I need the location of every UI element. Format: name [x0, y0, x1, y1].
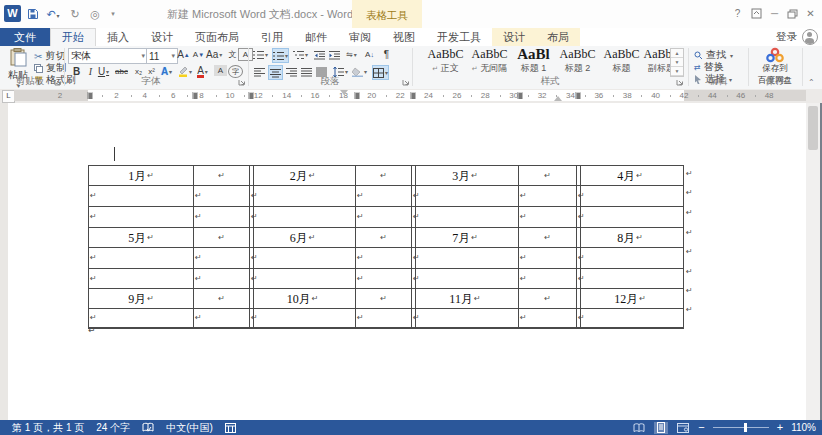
table-cell[interactable]: 11月↵ [412, 289, 519, 308]
table-cell[interactable]: ↵ [356, 207, 412, 227]
table-cell[interactable]: ↵ [519, 269, 577, 288]
table-cell[interactable]: ↵ [356, 309, 412, 327]
table-cell[interactable]: ↵ [519, 166, 577, 185]
doc-table[interactable]: 1月↵↵2月↵↵3月↵↵4月↵↵↵↵↵↵↵↵↵↵↵↵↵↵↵5月↵↵6月↵↵7月↵… [88, 165, 684, 329]
zoom-in-button[interactable]: + [777, 422, 783, 433]
table-cell[interactable]: ↵ [356, 289, 412, 308]
style-normal[interactable]: AaBbC ↵ 正文 [424, 48, 467, 75]
table-cell[interactable]: ↵ [577, 269, 683, 288]
table-cell[interactable]: 1月↵ [89, 166, 194, 185]
tab-review[interactable]: 审阅 [338, 28, 382, 46]
table-cell[interactable]: ↵ [356, 186, 412, 206]
font-dialog-launcher[interactable] [238, 78, 247, 87]
zoom-level[interactable]: 110% [791, 422, 816, 433]
table-cell[interactable]: ↵ [519, 309, 577, 327]
multilevel-list-button[interactable]: ▾ [293, 48, 308, 61]
tab-design[interactable]: 设计 [140, 28, 184, 46]
vertical-scrollbar[interactable] [806, 103, 820, 420]
asian-layout-button[interactable]: ⇋▾ [345, 48, 358, 61]
table-cell[interactable]: ↵ [577, 248, 683, 268]
font-size-select[interactable]: 11▾ [146, 48, 178, 64]
table-cell[interactable]: ↵ [519, 228, 577, 247]
tab-table-design[interactable]: 设计 [492, 28, 536, 46]
save-icon[interactable] [24, 6, 42, 22]
table-cell[interactable]: ↵ [194, 289, 250, 308]
styles-dialog-launcher[interactable] [676, 78, 685, 87]
zoom-slider[interactable] [713, 427, 769, 428]
table-cell[interactable]: ↵ [356, 269, 412, 288]
table-cell[interactable]: ↵ [250, 207, 356, 227]
tab-mailings[interactable]: 邮件 [294, 28, 338, 46]
table-cell[interactable]: ↵ [577, 309, 683, 327]
restore-button[interactable] [784, 5, 801, 22]
table-cell[interactable]: ↵ [412, 207, 519, 227]
table-cell[interactable]: ↵ [519, 289, 577, 308]
table-cell[interactable]: ↵ [412, 309, 519, 327]
table-cell[interactable]: ↵ [194, 248, 250, 268]
table-cell[interactable]: 9月↵ [89, 289, 194, 308]
table-cell[interactable]: ↵ [250, 269, 356, 288]
style-heading1[interactable]: AaBl 标题 1 [512, 48, 555, 75]
table-cell[interactable]: ↵ [194, 309, 250, 327]
sign-in-link[interactable]: 登录 [776, 30, 797, 44]
table-cell[interactable]: ↵ [194, 269, 250, 288]
minimize-button[interactable]: ─ [766, 5, 783, 22]
styles-gallery-scroll[interactable]: ▲▼▼ [670, 48, 684, 77]
table-cell[interactable]: 4月↵ [577, 166, 683, 185]
table-cell[interactable]: ↵ [89, 207, 194, 227]
table-cell[interactable]: ↵ [412, 248, 519, 268]
table-cell[interactable]: ↵ [412, 186, 519, 206]
tab-insert[interactable]: 插入 [96, 28, 140, 46]
table-cell[interactable]: ↵ [519, 186, 577, 206]
qat-customize-button[interactable]: ▾ [104, 6, 122, 22]
undo-button[interactable]: ↶▾ [44, 6, 62, 22]
page-indicator[interactable]: 第 1 页，共 1 页 [12, 421, 84, 435]
table-cell[interactable]: ↵ [577, 186, 683, 206]
tab-home[interactable]: 开始 [50, 28, 96, 47]
tab-table-layout[interactable]: 布局 [536, 28, 580, 46]
tab-references[interactable]: 引用 [250, 28, 294, 46]
close-button[interactable]: ✕ [802, 5, 819, 22]
grow-font-button[interactable]: A▲ [177, 48, 190, 61]
table-cell[interactable]: ↵ [519, 248, 577, 268]
style-title[interactable]: AaBbC 标题 [600, 48, 643, 75]
touch-mode-button[interactable]: ◎ [86, 6, 104, 22]
table-cell[interactable]: ↵ [356, 248, 412, 268]
decrease-indent-button[interactable] [313, 48, 326, 61]
table-cell[interactable]: 8月↵ [577, 228, 683, 247]
table-cell[interactable]: ↵ [89, 309, 194, 327]
tab-view[interactable]: 视图 [382, 28, 426, 46]
horizontal-ruler[interactable]: 2246810121416182022242628303234363840424… [14, 90, 806, 101]
ribbon-display-options-button[interactable] [748, 5, 765, 22]
tab-file[interactable]: 文件 [0, 28, 50, 46]
collapse-ribbon-button[interactable]: ⌃ [808, 78, 815, 87]
table-cell[interactable]: 5月↵ [89, 228, 194, 247]
zoom-out-button[interactable]: − [698, 422, 704, 433]
table-cell[interactable]: ↵ [250, 248, 356, 268]
table-cell[interactable]: ↵ [194, 166, 250, 185]
table-cell[interactable]: ↵ [577, 207, 683, 227]
numbering-button[interactable]: ▾ [272, 48, 289, 63]
style-no-spacing[interactable]: AaBbC ↵ 无间隔 [468, 48, 511, 75]
table-cell[interactable]: 7月↵ [412, 228, 519, 247]
table-cell[interactable]: ↵ [194, 207, 250, 227]
zoom-slider-thumb[interactable] [744, 423, 747, 432]
table-cell[interactable]: ↵ [89, 269, 194, 288]
redo-button[interactable]: ↻ [66, 6, 84, 22]
shrink-font-button[interactable]: A▼ [192, 48, 205, 61]
table-cell[interactable]: 10月↵ [250, 289, 356, 308]
increase-indent-button[interactable] [328, 48, 341, 61]
vertical-scrollbar-thumb[interactable] [808, 106, 818, 150]
table-cell[interactable]: ↵ [250, 186, 356, 206]
style-heading2[interactable]: AaBbC 标题 2 [556, 48, 599, 75]
table-cell[interactable]: ↵ [356, 228, 412, 247]
clipboard-dialog-launcher[interactable] [54, 78, 63, 87]
show-marks-button[interactable]: ¶ [380, 48, 393, 61]
table-cell[interactable]: ↵ [89, 186, 194, 206]
table-cell[interactable]: ↵ [194, 228, 250, 247]
table-cell[interactable]: ↵ [412, 269, 519, 288]
bullets-button[interactable]: ▾ [253, 48, 268, 61]
character-border-button[interactable]: A [238, 48, 253, 61]
document-area[interactable]: 1月↵↵2月↵↵3月↵↵4月↵↵↵↵↵↵↵↵↵↵↵↵↵↵↵5月↵↵6月↵↵7月↵… [0, 103, 822, 420]
table-cell[interactable]: ↵ [356, 166, 412, 185]
